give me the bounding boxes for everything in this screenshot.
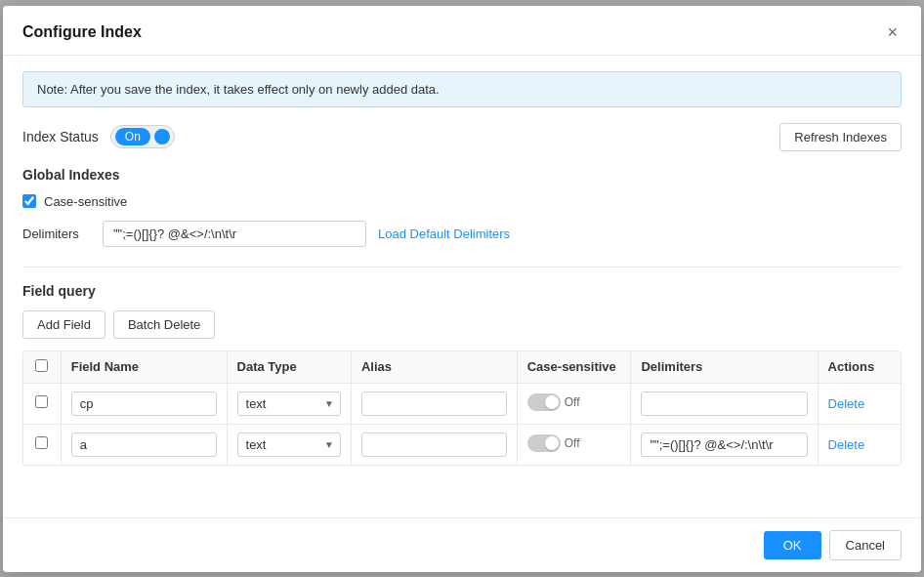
row2-delim-input[interactable]	[641, 433, 807, 457]
section-divider	[22, 267, 902, 268]
row2-alias-cell	[351, 424, 517, 465]
row2-field-cell	[61, 424, 227, 465]
row1-delim-input[interactable]	[641, 392, 807, 416]
row2-checkbox[interactable]	[35, 436, 48, 449]
cancel-button[interactable]: Cancel	[829, 530, 902, 560]
select-all-checkbox[interactable]	[35, 359, 48, 372]
row2-check-cell	[23, 424, 61, 465]
row2-case-cell: Off	[517, 424, 631, 465]
delimiter-label: Delimiters	[22, 227, 91, 241]
batch-delete-button[interactable]: Batch Delete	[113, 310, 215, 339]
row2-toggle-off-label: Off	[565, 436, 580, 450]
row1-alias-cell	[351, 383, 517, 424]
row2-toggle-knob	[545, 436, 559, 450]
row1-toggle-track[interactable]	[527, 393, 561, 411]
toggle-on-label: On	[115, 128, 150, 145]
row1-toggle-knob	[545, 395, 559, 409]
table-row: text long double ▼	[23, 424, 901, 465]
ok-button[interactable]: OK	[764, 531, 821, 559]
row1-type-select-wrap: text long double ▼	[237, 392, 341, 416]
toggle-circle-icon	[154, 129, 170, 144]
row2-toggle-track[interactable]	[527, 434, 561, 452]
delimiters-input[interactable]	[103, 221, 366, 247]
field-query-title: Field query	[22, 283, 902, 299]
refresh-indexes-button[interactable]: Refresh Indexes	[779, 123, 902, 151]
row2-type-select[interactable]: text long double	[238, 433, 340, 456]
case-sensitive-label: Case-sensitive	[44, 194, 127, 209]
field-query-section: Field query Add Field Batch Delete Field…	[22, 283, 902, 466]
case-sensitive-row: Case-sensitive	[22, 194, 902, 209]
index-status-row: Index Status On Refresh Indexes	[22, 123, 902, 151]
col-header-actions: Actions	[818, 351, 901, 384]
configure-index-modal: Configure Index × Note: After you save t…	[3, 6, 921, 572]
row2-alias-input[interactable]	[361, 433, 507, 457]
row2-type-select-wrap: text long double ▼	[237, 433, 341, 457]
delimiter-row: Delimiters Load Default Delimiters	[22, 221, 902, 247]
row1-toggle-off-label: Off	[565, 395, 580, 409]
close-button[interactable]: ×	[883, 21, 902, 43]
modal-body: Note: After you save the index, it takes…	[3, 56, 921, 517]
row1-actions-cell: Delete	[818, 383, 901, 424]
row1-delete-link[interactable]: Delete	[828, 396, 865, 411]
field-query-table-wrap: Field Name Data Type Alias Case-sensitiv…	[22, 350, 902, 466]
index-status-toggle[interactable]: On	[110, 125, 175, 148]
col-header-alias: Alias	[351, 351, 517, 384]
row1-type-select[interactable]: text long double	[238, 392, 340, 415]
row1-case-cell: Off	[517, 383, 631, 424]
col-header-field-name: Field Name	[61, 351, 227, 384]
field-query-btn-row: Add Field Batch Delete	[22, 310, 902, 339]
col-header-check	[23, 351, 61, 384]
row1-case-toggle[interactable]: Off	[527, 393, 580, 411]
note-box: Note: After you save the index, it takes…	[22, 71, 902, 107]
modal-footer: OK Cancel	[3, 517, 921, 572]
modal-header: Configure Index ×	[3, 6, 921, 56]
table-body: text long double ▼	[23, 383, 901, 465]
load-defaults-link[interactable]: Load Default Delimiters	[378, 227, 510, 241]
row1-type-cell: text long double ▼	[227, 383, 351, 424]
modal-title: Configure Index	[22, 23, 142, 41]
row1-alias-input[interactable]	[361, 392, 507, 416]
col-header-case-sensitive: Case-sensitive	[517, 351, 631, 384]
global-indexes-title: Global Indexes	[22, 167, 902, 183]
case-sensitive-checkbox[interactable]	[22, 194, 36, 208]
row1-delim-cell	[631, 383, 818, 424]
table-row: text long double ▼	[23, 383, 901, 424]
row2-delete-link[interactable]: Delete	[828, 437, 865, 452]
field-query-table: Field Name Data Type Alias Case-sensitiv…	[23, 351, 901, 465]
table-head: Field Name Data Type Alias Case-sensitiv…	[23, 351, 901, 384]
row2-actions-cell: Delete	[818, 424, 901, 465]
index-status-label: Index Status	[22, 129, 99, 144]
row2-case-toggle[interactable]: Off	[527, 434, 580, 452]
row1-field-input[interactable]	[71, 392, 217, 416]
add-field-button[interactable]: Add Field	[22, 310, 105, 339]
index-status-left: Index Status On	[22, 125, 175, 148]
row1-checkbox[interactable]	[35, 395, 48, 408]
col-header-data-type: Data Type	[227, 351, 351, 384]
row2-field-input[interactable]	[71, 433, 217, 457]
row2-delim-cell	[631, 424, 818, 465]
row1-field-cell	[61, 383, 227, 424]
row2-type-cell: text long double ▼	[227, 424, 351, 465]
global-indexes-section: Global Indexes Case-sensitive Delimiters…	[22, 167, 902, 247]
col-header-delimiters: Delimiters	[631, 351, 818, 384]
row1-check-cell	[23, 383, 61, 424]
